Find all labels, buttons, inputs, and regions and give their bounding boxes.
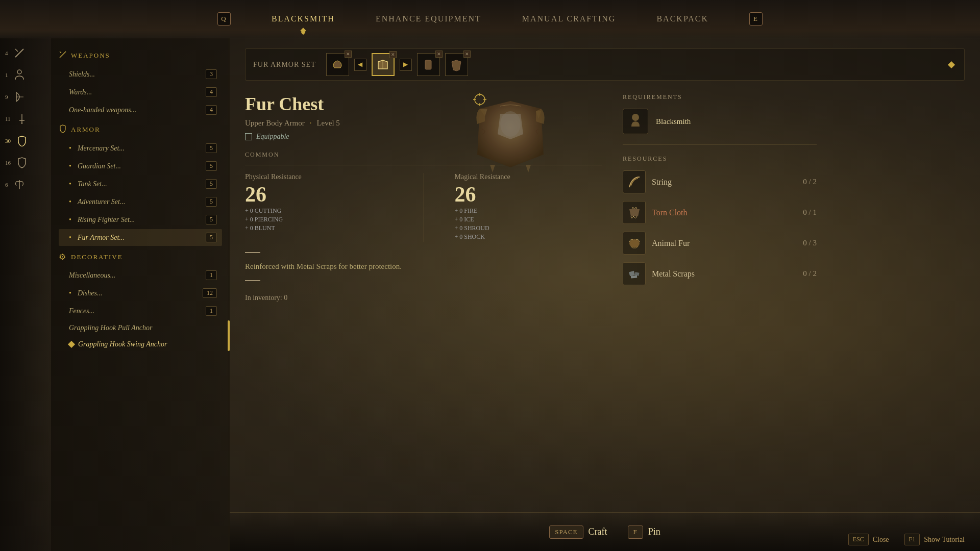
- metal-scraps-count: 0 / 2: [803, 269, 817, 278]
- stat-value-6: 16: [5, 160, 11, 166]
- grappling-swing-name: Grappling Hook Swing Anchor: [69, 340, 167, 348]
- nav-tab-blacksmith-label: BLACKSMITH: [272, 14, 335, 23]
- content-area: Fur Chest Upper Body Armor · Level 5 Equ…: [245, 93, 965, 302]
- nav-key-q[interactable]: Q: [217, 12, 231, 26]
- list-item-misc[interactable]: Miscellaneous... 1: [59, 267, 222, 284]
- e-key: E: [749, 12, 763, 26]
- nav-tab-enhance[interactable]: ENHANCE EQUIPMENT: [376, 14, 481, 23]
- requirements-title: REQUIREMENTS: [623, 93, 817, 101]
- guardian-count: 5: [206, 161, 217, 171]
- tutorial-label: Show Tutorial: [924, 536, 965, 544]
- decorative-icon: ⚙: [59, 252, 67, 262]
- decorative-header: ⚙ DECORATIVE: [59, 250, 222, 264]
- footer-bar: ESC Close F1 Show Tutorial: [848, 528, 980, 551]
- stat-value-1: 4: [5, 50, 8, 56]
- list-item-wards[interactable]: Wards... 4: [59, 84, 222, 101]
- category-list-panel: WEAPONS Shields... 3 Wards... 4 One-hand…: [51, 38, 230, 551]
- list-item-shields[interactable]: Shields... 3: [59, 66, 222, 83]
- close-slot-3[interactable]: ✕: [435, 51, 443, 58]
- active-indicator: [301, 31, 305, 35]
- fur-armor-count: 5: [206, 233, 217, 242]
- mercenary-count: 5: [206, 143, 217, 153]
- bullet-icon: •: [69, 289, 71, 297]
- pin-label: Pin: [648, 527, 660, 537]
- nav-tab-blacksmith[interactable]: BLACKSMITH: [272, 14, 335, 23]
- item-slot-4[interactable]: ✕: [445, 53, 468, 76]
- requirements-panel: REQUIREMENTS Blacksmith RESOURCES: [623, 93, 817, 302]
- svg-point-2: [17, 70, 21, 74]
- sidebar-stat-1[interactable]: 4: [5, 46, 51, 60]
- dishes-count: 12: [203, 288, 217, 298]
- rising-fighter-name: • Rising Fighter Set...: [69, 216, 135, 224]
- svg-point-19: [500, 111, 521, 137]
- desc-divider-1: [245, 252, 260, 253]
- sidebar-stat-6[interactable]: 16: [5, 156, 51, 170]
- misc-count: 1: [206, 270, 217, 280]
- close-label: Close: [873, 536, 889, 544]
- mercenary-name: • Mercenary Set...: [69, 144, 125, 153]
- nav-key-e[interactable]: E: [749, 12, 763, 26]
- list-item-rising-fighter[interactable]: • Rising Fighter Set... 5: [59, 211, 222, 228]
- sidebar-stat-7[interactable]: 6: [5, 178, 51, 192]
- nav-arrow-right[interactable]: ▶: [400, 59, 412, 71]
- list-item-guardian[interactable]: • Guardian Set... 5: [59, 158, 222, 174]
- list-item-onehanded[interactable]: One-handed weapons... 4: [59, 102, 222, 118]
- list-item-fences[interactable]: Fences... 1: [59, 303, 222, 319]
- craft-action[interactable]: SPACE Craft: [549, 525, 607, 539]
- wards-name: Wards...: [69, 88, 92, 96]
- fur-armor-name: • Fur Armor Set...: [69, 234, 125, 242]
- stats-vertical-divider: [424, 173, 424, 242]
- sidebar-icon-bow: [12, 90, 27, 104]
- sidebar-stat-2[interactable]: 1: [5, 68, 51, 82]
- fences-count: 1: [206, 306, 217, 316]
- close-slot-1[interactable]: ✕: [345, 51, 352, 58]
- adventurer-count: 5: [206, 197, 217, 207]
- bonus-fire: + 0 FIRE: [455, 207, 603, 215]
- list-item-adventurer[interactable]: • Adventurer Set... 5: [59, 193, 222, 210]
- physical-resistance-value: 26: [245, 184, 393, 205]
- craft-key: SPACE: [549, 525, 583, 539]
- item-image-area: [459, 93, 561, 185]
- animal-fur-icon: [623, 232, 646, 255]
- item-slot-chest[interactable]: ✕: [372, 53, 395, 76]
- tutorial-action[interactable]: F1 Show Tutorial: [904, 534, 965, 545]
- resources-title: RESOURCES: [623, 155, 817, 163]
- decorative-category: ⚙ DECORATIVE Miscellaneous... 1 • Dishes…: [59, 250, 222, 352]
- list-item-grappling-swing[interactable]: Grappling Hook Swing Anchor: [59, 337, 222, 352]
- list-item-grappling-pull[interactable]: Grappling Hook Pull Anchor: [59, 320, 222, 336]
- sidebar-stat-5[interactable]: 30: [5, 134, 51, 148]
- item-level: Level 5: [316, 119, 339, 128]
- list-item-fur-armor[interactable]: • Fur Armor Set... 5: [59, 229, 222, 246]
- close-action[interactable]: ESC Close: [848, 534, 889, 545]
- string-name: String: [652, 178, 797, 187]
- item-description: Reinforced with Metal Scraps for better …: [245, 261, 500, 272]
- list-item-dishes[interactable]: • Dishes... 12: [59, 285, 222, 302]
- svg-rect-23: [634, 272, 639, 276]
- magical-resistance-value: 26: [455, 184, 603, 205]
- bonus-blunt: + 0 BLUNT: [245, 224, 393, 232]
- item-slot-helmet[interactable]: ✕: [326, 53, 349, 76]
- nav-tab-backpack-label: BACKPACK: [656, 14, 708, 23]
- adventurer-name: • Adventurer Set...: [69, 198, 125, 206]
- list-item-tank[interactable]: • Tank Set... 5: [59, 176, 222, 192]
- list-item-mercenary[interactable]: • Mercenary Set... 5: [59, 140, 222, 157]
- pin-action[interactable]: F Pin: [628, 525, 660, 539]
- nav-tab-manual[interactable]: MANUAL CRAFTING: [522, 14, 616, 23]
- sidebar-stat-4[interactable]: 11: [5, 112, 51, 126]
- equippable-checkbox[interactable]: [245, 133, 252, 140]
- main-content: FUR ARMOR SET ✕ ◀ ✕ ▶ ✕: [230, 38, 980, 551]
- nav-arrow-left[interactable]: ◀: [354, 59, 366, 71]
- svg-line-1: [15, 49, 18, 52]
- requirement-blacksmith: Blacksmith: [623, 109, 817, 134]
- sidebar-stat-3[interactable]: 9: [5, 90, 51, 104]
- armor-label: ARMOR: [71, 126, 101, 134]
- bullet-icon: •: [69, 180, 71, 188]
- q-key: Q: [217, 12, 231, 26]
- close-slot-chest[interactable]: ✕: [389, 51, 397, 58]
- nav-tab-backpack[interactable]: BACKPACK: [656, 14, 708, 23]
- svg-point-20: [632, 114, 639, 121]
- item-slot-3[interactable]: ✕: [417, 53, 440, 76]
- close-slot-4[interactable]: ✕: [463, 51, 471, 58]
- metal-scraps-icon: [623, 262, 646, 285]
- resource-animal-fur: Animal Fur 0 / 3: [623, 232, 817, 255]
